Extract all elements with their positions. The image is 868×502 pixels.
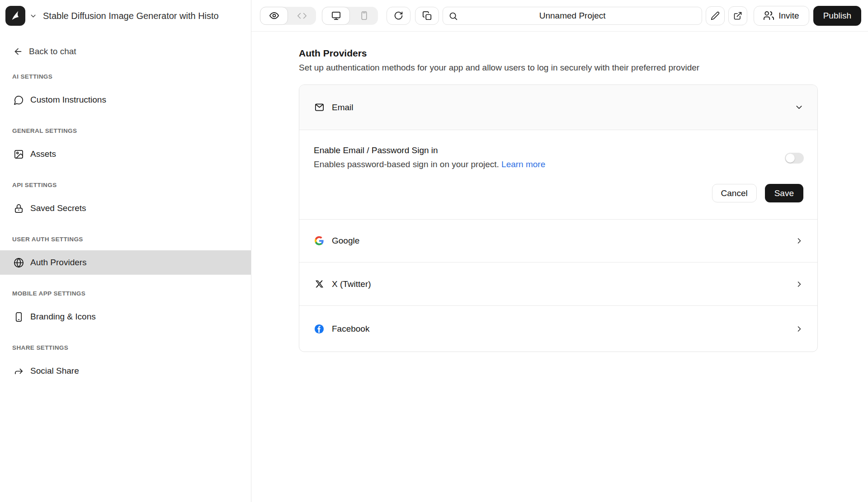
invite-label: Invite xyxy=(778,11,799,21)
chevron-down-icon xyxy=(794,103,804,112)
sidebar-item-assets[interactable]: Assets xyxy=(0,142,251,166)
app-window: Stable Diffusion Image Generator with Hi… xyxy=(0,0,868,502)
sidebar-item-auth-providers[interactable]: Auth Providers xyxy=(0,250,251,275)
share-forward-icon xyxy=(13,366,24,376)
project-menu-chevron-down-icon[interactable] xyxy=(29,12,37,20)
auth-providers-page: Auth Providers Set up authentication met… xyxy=(251,32,868,502)
settings-sidebar: Stable Diffusion Image Generator with Hi… xyxy=(0,0,251,502)
google-provider-row[interactable]: Google xyxy=(299,220,817,263)
auth-providers-card: Email Enable Email / Password Sign in En… xyxy=(299,84,818,352)
mobile-view-button[interactable] xyxy=(350,7,378,25)
email-toggle-title: Enable Email / Password Sign in xyxy=(314,145,803,155)
sidebar-section-general: GENERAL SETTINGS Assets xyxy=(0,127,251,166)
x-twitter-icon xyxy=(314,279,325,290)
back-to-chat-label: Back to chat xyxy=(29,47,76,56)
sidebar-section-api: API SETTINGS Saved Secrets xyxy=(0,182,251,221)
email-settings-actions: Cancel Save xyxy=(712,184,803,202)
sidebar-item-custom-instructions[interactable]: Custom Instructions xyxy=(0,88,251,112)
top-toolbar: Unnamed Project Invite Publish xyxy=(251,0,868,32)
page-title: Auth Providers xyxy=(299,48,868,59)
chevron-right-icon xyxy=(795,236,804,245)
sidebar-section-ai: AI SETTINGS Custom Instructions xyxy=(0,73,251,112)
google-provider-label: Google xyxy=(332,236,359,246)
external-link-icon xyxy=(733,11,742,20)
sidebar-item-label: Auth Providers xyxy=(30,258,87,267)
facebook-icon xyxy=(314,324,325,334)
facebook-provider-label: Facebook xyxy=(332,324,369,334)
eye-icon xyxy=(269,10,279,21)
project-search-input[interactable]: Unnamed Project xyxy=(443,7,702,25)
smartphone-icon xyxy=(359,11,369,20)
copy-icon xyxy=(422,11,432,21)
sidebar-item-label: Social Share xyxy=(30,366,79,376)
email-provider-label: Email xyxy=(332,103,354,113)
refresh-button[interactable] xyxy=(387,7,410,25)
device-toggle xyxy=(322,7,378,25)
users-icon xyxy=(764,10,774,21)
email-toggle-description: Enables password-based sign in on your p… xyxy=(314,160,803,169)
preview-eye-button[interactable] xyxy=(260,7,288,25)
mail-icon xyxy=(314,102,325,113)
section-title: MOBILE APP SETTINGS xyxy=(12,290,251,297)
x-twitter-provider-row[interactable]: X (Twitter) xyxy=(299,263,817,306)
email-password-toggle[interactable] xyxy=(785,153,804,164)
chevron-right-icon xyxy=(795,324,804,333)
project-name-text: Unnamed Project xyxy=(443,7,702,24)
view-mode-toggle xyxy=(260,7,316,25)
facebook-provider-row[interactable]: Facebook xyxy=(299,306,817,352)
sidebar-section-mobile: MOBILE APP SETTINGS Branding & Icons xyxy=(0,290,251,329)
pencil-icon xyxy=(711,11,720,20)
smartphone-icon xyxy=(13,311,24,322)
sidebar-item-label: Branding & Icons xyxy=(30,312,96,322)
sidebar-item-label: Saved Secrets xyxy=(30,203,86,213)
sidebar-item-social-share[interactable]: Social Share xyxy=(0,359,251,383)
open-in-new-tab-button[interactable] xyxy=(728,6,747,25)
image-icon xyxy=(13,149,24,160)
x-twitter-provider-label: X (Twitter) xyxy=(332,279,371,289)
publish-button[interactable]: Publish xyxy=(813,6,861,26)
sidebar-item-label: Custom Instructions xyxy=(30,95,106,105)
sidebar-item-label: Assets xyxy=(30,149,56,159)
lock-icon xyxy=(13,203,24,214)
duplicate-button[interactable] xyxy=(415,7,439,25)
section-title: USER AUTH SETTINGS xyxy=(12,236,251,243)
section-title: GENERAL SETTINGS xyxy=(12,127,251,134)
sidebar-item-branding-icons[interactable]: Branding & Icons xyxy=(0,305,251,329)
code-icon xyxy=(297,11,307,21)
search-icon xyxy=(448,11,458,21)
sidebar-header: Stable Diffusion Image Generator with Hi… xyxy=(0,0,251,32)
email-toggle-description-text: Enables password-based sign in on your p… xyxy=(314,160,499,169)
cancel-button[interactable]: Cancel xyxy=(712,184,757,202)
google-icon xyxy=(314,235,325,246)
sidebar-item-saved-secrets[interactable]: Saved Secrets xyxy=(0,196,251,221)
monitor-icon xyxy=(331,10,341,21)
app-logo[interactable] xyxy=(5,6,25,26)
desktop-view-button[interactable] xyxy=(322,7,350,25)
save-button[interactable]: Save xyxy=(765,184,803,202)
chat-bubble-icon xyxy=(13,94,24,105)
section-title: SHARE SETTINGS xyxy=(12,344,251,351)
refresh-icon xyxy=(394,11,403,20)
toggle-knob xyxy=(786,154,795,163)
learn-more-link[interactable]: Learn more xyxy=(501,160,545,169)
rename-project-button[interactable] xyxy=(706,6,725,25)
back-to-chat-button[interactable]: Back to chat xyxy=(13,45,251,58)
invite-button[interactable]: Invite xyxy=(754,6,809,26)
globe-icon xyxy=(13,257,24,268)
chevron-right-icon xyxy=(795,280,804,289)
section-title: API SETTINGS xyxy=(12,182,251,188)
section-title: AI SETTINGS xyxy=(12,73,251,80)
logo-swoosh-icon xyxy=(9,9,22,22)
sidebar-section-user-auth: USER AUTH SETTINGS Auth Providers xyxy=(0,236,251,275)
sidebar-section-share: SHARE SETTINGS Social Share xyxy=(0,344,251,383)
code-view-button[interactable] xyxy=(288,7,316,25)
arrow-left-icon xyxy=(13,47,23,56)
sidebar-nav: AI SETTINGS Custom Instructions GENERAL … xyxy=(0,73,251,383)
email-provider-header[interactable]: Email xyxy=(299,85,817,130)
page-subtitle: Set up authentication methods for your a… xyxy=(299,63,868,73)
main-panel: Unnamed Project Invite Publish Auth Prov… xyxy=(251,0,868,502)
app-title: Stable Diffusion Image Generator with Hi… xyxy=(43,11,219,21)
email-provider-settings: Enable Email / Password Sign in Enables … xyxy=(299,130,817,220)
